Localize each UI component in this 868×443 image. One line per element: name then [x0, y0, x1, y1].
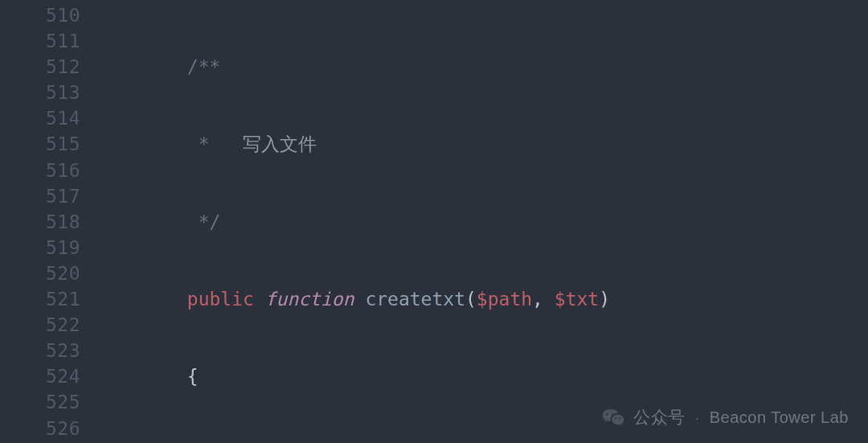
line-number: 510: [0, 2, 80, 28]
line-number: 526: [0, 416, 80, 441]
code-line[interactable]: public function createtxt($path, $txt): [98, 286, 868, 312]
line-number: 515: [0, 131, 80, 157]
line-number: 516: [0, 158, 80, 183]
line-number: 522: [0, 312, 80, 338]
line-number: 513: [0, 80, 80, 105]
code-area[interactable]: /** * 写入文件 */ public function createtxt(…: [92, 0, 868, 443]
line-number: 512: [0, 54, 80, 80]
line-number: 511: [0, 28, 80, 54]
line-number: 523: [0, 338, 80, 363]
line-number: 525: [0, 389, 80, 415]
line-number: 524: [0, 363, 80, 389]
line-number-gutter: 510 511 512 513 514 515 516 517 518 519 …: [0, 0, 92, 443]
line-number: 514: [0, 105, 80, 131]
code-line[interactable]: {: [98, 363, 868, 389]
line-number: 518: [0, 209, 80, 235]
code-line[interactable]: /**: [98, 54, 868, 80]
line-number: 517: [0, 183, 80, 209]
line-number: 521: [0, 286, 80, 312]
code-editor[interactable]: 510 511 512 513 514 515 516 517 518 519 …: [0, 0, 868, 443]
line-number: 519: [0, 235, 80, 260]
code-line[interactable]: */: [98, 209, 868, 235]
line-number: 520: [0, 260, 80, 286]
code-line[interactable]: * 写入文件: [98, 131, 868, 157]
